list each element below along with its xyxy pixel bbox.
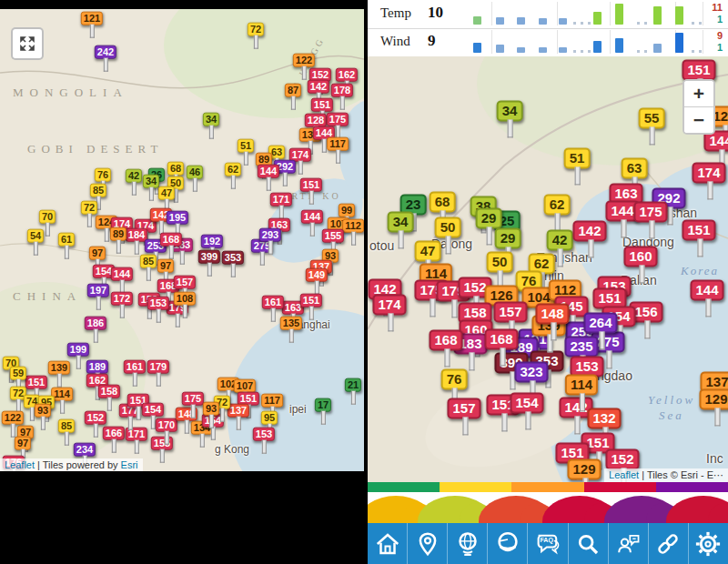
- aqi-marker[interactable]: 85: [140, 255, 157, 268]
- toolbar-mask-button[interactable]: [487, 523, 527, 564]
- aqi-marker[interactable]: 46: [187, 166, 203, 179]
- aqi-marker[interactable]: 122: [293, 54, 315, 67]
- aqi-marker[interactable]: 114: [565, 374, 598, 395]
- aqi-marker[interactable]: 189: [86, 360, 108, 374]
- toolbar-faq-button[interactable]: FAQ: [527, 523, 567, 564]
- aqi-marker[interactable]: 192: [201, 235, 223, 248]
- aqi-marker[interactable]: 234: [74, 443, 96, 457]
- aqi-marker[interactable]: 178: [331, 84, 353, 97]
- aqi-marker[interactable]: 175: [182, 392, 204, 406]
- aqi-marker[interactable]: 242: [95, 45, 116, 59]
- aqi-marker[interactable]: 157: [447, 398, 480, 418]
- aqi-marker[interactable]: 148: [535, 303, 569, 324]
- aqi-marker[interactable]: 59: [10, 367, 26, 380]
- aqi-marker[interactable]: 129: [699, 388, 728, 409]
- aqi-marker[interactable]: 50: [487, 251, 513, 272]
- aqi-marker[interactable]: 154: [510, 392, 543, 413]
- aqi-marker[interactable]: 154: [142, 403, 164, 417]
- aqi-marker[interactable]: 149: [306, 268, 328, 282]
- fullscreen-control[interactable]: [11, 27, 44, 60]
- aqi-marker[interactable]: 160: [623, 246, 657, 267]
- aqi-marker[interactable]: 97: [157, 259, 174, 273]
- aqi-marker[interactable]: 112: [342, 219, 364, 233]
- aqi-marker[interactable]: 171: [270, 193, 292, 206]
- aqi-marker[interactable]: 47: [415, 240, 441, 261]
- aqi-marker[interactable]: 152: [85, 411, 106, 425]
- aqi-marker[interactable]: 293: [259, 228, 281, 242]
- aqi-marker[interactable]: 62: [225, 163, 241, 176]
- aqi-marker[interactable]: 128: [305, 114, 327, 127]
- aqi-marker[interactable]: 95: [261, 411, 278, 425]
- aqi-marker[interactable]: 186: [85, 317, 106, 330]
- aqi-marker[interactable]: 151: [682, 59, 715, 80]
- aqi-marker[interactable]: 137: [228, 404, 249, 418]
- aqi-marker[interactable]: 175: [327, 113, 349, 126]
- aqi-marker[interactable]: 42: [126, 169, 142, 183]
- aqi-marker[interactable]: 144: [301, 210, 323, 224]
- aqi-marker[interactable]: 61: [58, 233, 75, 247]
- aqi-marker[interactable]: 55: [639, 107, 665, 128]
- aqi-marker[interactable]: 68: [167, 162, 184, 176]
- aqi-marker[interactable]: 235: [564, 336, 598, 357]
- aqi-marker[interactable]: 144: [111, 267, 133, 281]
- aqi-marker[interactable]: 166: [103, 427, 125, 440]
- aqi-marker[interactable]: 72: [81, 201, 97, 215]
- aqi-marker[interactable]: 132: [587, 408, 621, 428]
- toolbar-location-pin-button[interactable]: [407, 523, 447, 564]
- aqi-marker[interactable]: 89: [110, 227, 126, 241]
- aqi-marker[interactable]: 353: [222, 251, 244, 265]
- aqi-marker[interactable]: 152: [605, 448, 639, 469]
- aqi-marker[interactable]: 144: [690, 279, 723, 300]
- aqi-marker[interactable]: 162: [336, 68, 358, 82]
- aqi-marker[interactable]: 153: [253, 428, 275, 441]
- aqi-marker[interactable]: 68: [430, 191, 456, 212]
- aqi-marker[interactable]: 151: [311, 98, 333, 112]
- aqi-marker[interactable]: 158: [98, 385, 120, 398]
- aqi-marker[interactable]: 47: [158, 186, 175, 200]
- aqi-marker[interactable]: 168: [160, 233, 182, 247]
- toolbar-settings-gear-button[interactable]: [688, 523, 728, 564]
- aqi-marker[interactable]: 21: [345, 378, 361, 392]
- toolbar-search-button[interactable]: [568, 523, 608, 564]
- aqi-marker[interactable]: 199: [67, 343, 89, 357]
- zoom-in-button[interactable]: +: [684, 81, 713, 107]
- aqi-marker[interactable]: 85: [58, 419, 75, 433]
- aqi-marker[interactable]: 264: [583, 312, 617, 333]
- aqi-marker[interactable]: 170: [156, 418, 177, 432]
- aqi-marker[interactable]: 63: [622, 157, 648, 178]
- toolbar-link-button[interactable]: [648, 523, 688, 564]
- aqi-marker[interactable]: 155: [322, 229, 344, 243]
- aqi-marker[interactable]: 99: [339, 204, 355, 217]
- aqi-marker[interactable]: 54: [27, 229, 44, 243]
- aqi-marker[interactable]: 117: [261, 394, 283, 408]
- aqi-marker[interactable]: 161: [124, 360, 146, 374]
- aqi-marker[interactable]: 87: [285, 84, 301, 97]
- aqi-marker[interactable]: 142: [572, 220, 606, 241]
- zoomed-map[interactable]: + − Leaflet | Tiles © Esri - E⋯ otouDato…: [368, 56, 728, 482]
- aqi-marker[interactable]: 121: [81, 12, 103, 25]
- leaflet-link[interactable]: Leaflet: [609, 469, 639, 480]
- toolbar-globe-button[interactable]: [447, 523, 487, 564]
- aqi-marker[interactable]: 76: [95, 168, 111, 182]
- toolbar-home-button[interactable]: [368, 523, 407, 564]
- aqi-marker[interactable]: 50: [435, 217, 461, 237]
- aqi-marker[interactable]: 93: [203, 402, 219, 416]
- zoom-out-button[interactable]: −: [684, 107, 713, 133]
- aqi-marker[interactable]: 175: [633, 201, 667, 222]
- aqi-marker[interactable]: 151: [25, 376, 47, 389]
- aqi-marker[interactable]: 62: [544, 194, 571, 215]
- overview-map[interactable]: Leaflet | Tiles powered by Esri MONGOLIA…: [0, 9, 364, 471]
- aqi-marker[interactable]: 122: [2, 411, 24, 425]
- aqi-marker[interactable]: 51: [238, 139, 254, 153]
- aqi-marker[interactable]: 34: [497, 100, 523, 121]
- aqi-marker[interactable]: 168: [484, 328, 518, 349]
- leaflet-link[interactable]: Leaflet: [5, 459, 35, 470]
- aqi-marker[interactable]: 108: [174, 292, 196, 306]
- aqi-marker[interactable]: 72: [248, 23, 264, 36]
- aqi-marker[interactable]: 117: [327, 137, 349, 151]
- esri-link[interactable]: Esri: [121, 459, 138, 470]
- aqi-marker[interactable]: 70: [39, 210, 56, 224]
- aqi-marker[interactable]: 34: [203, 113, 219, 126]
- aqi-marker[interactable]: 34: [388, 211, 414, 232]
- aqi-marker[interactable]: 172: [111, 292, 133, 306]
